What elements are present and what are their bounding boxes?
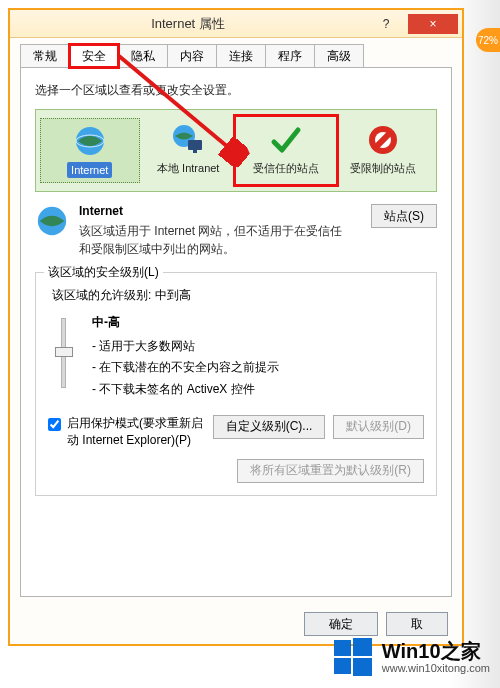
globe-monitor-icon [170, 122, 206, 158]
tab-content[interactable]: 内容 [167, 44, 217, 68]
globe-icon [72, 123, 108, 159]
svg-rect-4 [193, 150, 197, 153]
svg-rect-12 [353, 658, 372, 676]
windows-logo-icon [332, 636, 374, 678]
badge: 72% [476, 28, 500, 52]
zone-trusted-sites[interactable]: 受信任的站点 [237, 118, 335, 183]
watermark-main: Win10之家 [382, 640, 490, 662]
level-name: 中-高 [92, 312, 424, 334]
zone-restricted-sites[interactable]: 受限制的站点 [335, 118, 433, 183]
tab-security[interactable]: 安全 [69, 44, 119, 68]
tab-connections[interactable]: 连接 [216, 44, 266, 68]
security-level-group: 该区域的安全级别(L) 该区域的允许级别: 中到高 中-高 - 适用于大多数网站… [35, 272, 437, 495]
tab-strip: 常规 安全 隐私 内容 连接 程序 高级 [20, 44, 452, 68]
level-bullet: - 适用于大多数网站 [92, 336, 424, 358]
zone-label: 受限制的站点 [350, 161, 416, 175]
tab-privacy[interactable]: 隐私 [118, 44, 168, 68]
watermark: Win10之家 www.win10xitong.com [332, 636, 490, 678]
zone-description-row: Internet 该区域适用于 Internet 网站，但不适用于在受信任 和受… [35, 204, 437, 258]
zone-desc-title: Internet [79, 204, 361, 218]
level-bullet: - 不下载未签名的 ActiveX 控件 [92, 379, 424, 401]
protected-mode-label: 启用保护模式(要求重新启动 Internet Explorer)(P) [67, 415, 207, 449]
dialog-footer: 确定 取 [304, 612, 448, 636]
custom-level-button[interactable]: 自定义级别(C)... [213, 415, 326, 439]
level-slider[interactable] [48, 312, 78, 400]
zone-instruction: 选择一个区域以查看或更改安全设置。 [35, 82, 437, 99]
reset-all-button[interactable]: 将所有区域重置为默认级别(R) [237, 459, 424, 483]
zone-label: 本地 Intranet [157, 161, 219, 175]
globe-icon [35, 204, 69, 238]
cancel-button[interactable]: 取 [386, 612, 448, 636]
ok-button[interactable]: 确定 [304, 612, 378, 636]
tab-programs[interactable]: 程序 [265, 44, 315, 68]
tab-panel-security: 选择一个区域以查看或更改安全设置。 Internet [20, 67, 452, 597]
svg-rect-11 [334, 658, 351, 674]
allowed-levels: 该区域的允许级别: 中到高 [52, 287, 424, 304]
help-button[interactable]: ? [366, 14, 406, 34]
group-label: 该区域的安全级别(L) [44, 264, 163, 281]
zone-label: Internet [67, 162, 112, 178]
titlebar: Internet 属性 ? × [10, 10, 462, 38]
zone-label: 受信任的站点 [253, 161, 319, 175]
close-button[interactable]: × [408, 14, 458, 34]
zone-desc-text: 该区域适用于 Internet 网站，但不适用于在受信任 和受限制区域中列出的网… [79, 222, 361, 258]
level-bullet: - 在下载潜在的不安全内容之前提示 [92, 357, 424, 379]
zone-internet[interactable]: Internet [40, 118, 140, 183]
protected-mode-checkbox[interactable] [48, 418, 61, 431]
checkmark-icon [268, 122, 304, 158]
sites-button[interactable]: 站点(S) [371, 204, 437, 228]
svg-rect-9 [334, 640, 351, 656]
tab-advanced[interactable]: 高级 [314, 44, 364, 68]
svg-rect-10 [353, 638, 372, 656]
window-title: Internet 属性 [10, 15, 366, 33]
prohibited-icon [365, 122, 401, 158]
zone-list: Internet 本地 Intranet 受信任的站点 [35, 109, 437, 192]
watermark-sub: www.win10xitong.com [382, 662, 490, 674]
tab-general[interactable]: 常规 [20, 44, 70, 68]
svg-rect-3 [188, 140, 202, 150]
default-level-button[interactable]: 默认级别(D) [333, 415, 424, 439]
zone-local-intranet[interactable]: 本地 Intranet [140, 118, 238, 183]
